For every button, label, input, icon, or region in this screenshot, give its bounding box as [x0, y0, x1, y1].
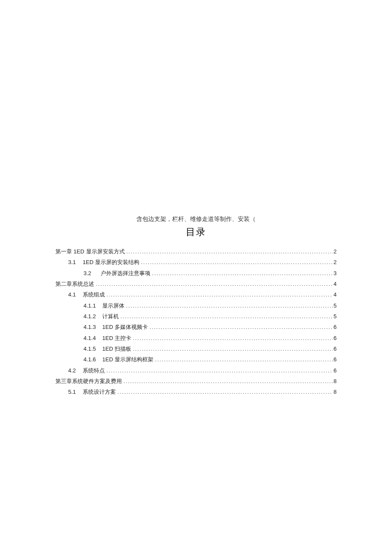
toc-entry-text: 系统组成: [83, 291, 105, 298]
toc-entry: 3.2户外屏选择注意事项3: [55, 268, 337, 279]
toc-entry-page: 5: [333, 311, 337, 322]
toc-entry-label: 4.1.31ED 多媒体视频卡: [84, 322, 148, 332]
toc-entry-page: 6: [333, 333, 337, 343]
toc-entry-page: 3: [333, 268, 337, 279]
toc-entry-label: 4.2系统特点: [68, 365, 105, 376]
toc-entry-page: 4: [333, 279, 337, 289]
document-subtitle: 含包边支架，栏杆、维修走道等制作、安装（: [55, 215, 337, 223]
toc-heading: 目录: [55, 226, 337, 238]
toc-entry-number: 4.1.3: [84, 322, 102, 332]
toc-entry-page: 6: [333, 343, 337, 354]
toc-entry-label: 4.1.1显示屏体: [84, 300, 124, 311]
toc-entry-number: 4.1: [68, 289, 83, 300]
toc-entry-label: 5.1系统设计方案: [68, 386, 116, 397]
toc-entry-text: 系统特点: [83, 367, 105, 374]
toc-dots: [122, 376, 333, 386]
toc-dots: [94, 279, 333, 289]
toc-entry-label: 4.1.51ED 扫描板: [84, 343, 131, 354]
toc-entry-label: 第二章系统总述: [55, 279, 94, 289]
toc-entry: 4.1.2计算机5: [55, 311, 337, 322]
toc-container: 第一章 1ED 显示屏安装方式23.11ED 显示屏的安装结构 23.2户外屏选…: [55, 246, 337, 398]
toc-dots: [153, 354, 333, 365]
toc-entry-label: 4.1.41ED 主控卡: [84, 333, 131, 343]
toc-dots: [124, 300, 333, 311]
toc-entry-text: 第一章 1ED 显示屏安装方式: [55, 248, 125, 255]
toc-entry-label: 4.1系统组成: [68, 289, 105, 300]
toc-entry-number: 4.1.5: [84, 343, 102, 354]
toc-entry: 4.1.61ED 显示屏结构框架6: [55, 354, 337, 365]
toc-entry-number: 4.1.6: [84, 354, 102, 365]
document-content: 含包边支架，栏杆、维修走道等制作、安装（ 目录 第一章 1ED 显示屏安装方式2…: [55, 215, 337, 398]
toc-entry-page: 6: [333, 354, 337, 365]
toc-entry-page: 8: [333, 376, 337, 386]
toc-entry: 4.2系统特点 6: [55, 365, 337, 376]
toc-entry-text: 1ED 多媒体视频卡: [102, 324, 148, 330]
toc-dots: [148, 322, 333, 332]
toc-dots: [116, 386, 333, 397]
toc-entry-page: 6: [333, 365, 337, 376]
toc-entry-text: 1ED 扫描板: [102, 346, 131, 352]
toc-entry: 第二章系统总述 4: [55, 279, 337, 289]
toc-entry: 4.1.51ED 扫描板6: [55, 343, 337, 354]
toc-entry-page: 8: [333, 386, 337, 397]
toc-dots: [131, 343, 333, 354]
toc-dots: [105, 289, 333, 300]
toc-dots: [150, 268, 333, 279]
toc-entry-number: 3.2: [84, 268, 101, 279]
toc-dots: [105, 365, 333, 376]
toc-entry-page: 4: [333, 289, 337, 300]
toc-entry-page: 2: [333, 246, 337, 257]
toc-entry-label: 3.2户外屏选择注意事项: [84, 268, 150, 279]
toc-entry-text: 第二章系统总述: [55, 281, 94, 287]
toc-entry-label: 第一章 1ED 显示屏安装方式: [55, 246, 125, 257]
toc-dots: [131, 333, 333, 343]
toc-entry-text: 计算机: [102, 313, 119, 320]
toc-entry-label: 4.1.2计算机: [84, 311, 119, 322]
toc-entry-number: 5.1: [68, 386, 83, 397]
toc-dots: [119, 311, 333, 322]
toc-dots: [139, 257, 333, 267]
toc-entry: 4.1.1显示屏体5: [55, 300, 337, 311]
toc-entry-text: 第三章系统硬件方案及费用: [55, 378, 122, 384]
toc-entry: 4.1系统组成 4: [55, 289, 337, 300]
toc-entry-text: 1ED 显示屏结构框架: [102, 356, 153, 363]
toc-entry: 3.11ED 显示屏的安装结构 2: [55, 257, 337, 267]
toc-entry: 第三章系统硬件方案及费用 8: [55, 376, 337, 386]
toc-entry-page: 5: [333, 300, 337, 311]
toc-entry-text: 系统设计方案: [83, 389, 116, 395]
toc-entry-text: 户外屏选择注意事项: [101, 270, 150, 276]
toc-entry-page: 2: [333, 257, 337, 267]
toc-dots: [125, 246, 333, 257]
toc-entry: 4.1.41ED 主控卡6: [55, 333, 337, 343]
toc-entry-label: 4.1.61ED 显示屏结构框架: [84, 354, 153, 365]
toc-entry-page: 6: [333, 322, 337, 332]
toc-entry-text: 1ED 主控卡: [102, 335, 131, 341]
toc-entry: 5.1系统设计方案 8: [55, 386, 337, 397]
toc-entry-number: 4.2: [68, 365, 83, 376]
toc-entry-number: 3.1: [68, 257, 83, 267]
toc-entry-number: 4.1.4: [84, 333, 102, 343]
toc-entry-text: 显示屏体: [102, 302, 124, 309]
toc-entry-number: 4.1.2: [84, 311, 102, 322]
toc-entry-number: 4.1.1: [84, 300, 102, 311]
toc-entry: 第一章 1ED 显示屏安装方式2: [55, 246, 337, 257]
toc-entry-label: 3.11ED 显示屏的安装结构: [68, 257, 139, 267]
toc-entry: 4.1.31ED 多媒体视频卡6: [55, 322, 337, 332]
toc-entry-text: 1ED 显示屏的安装结构: [83, 259, 139, 265]
toc-entry-label: 第三章系统硬件方案及费用: [55, 376, 122, 386]
